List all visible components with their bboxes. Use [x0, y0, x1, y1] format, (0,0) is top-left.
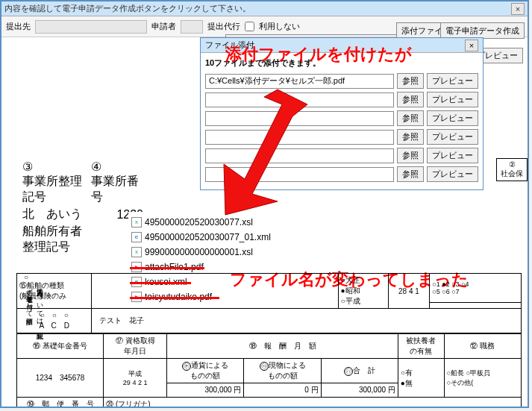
- crew-ins-label: (船員保険のみ: [19, 292, 66, 300]
- mono2: ものの額: [268, 371, 298, 380]
- goods: 現物による: [269, 361, 306, 369]
- d1: 1: [415, 287, 419, 295]
- era-heisei[interactable]: ○平成: [341, 297, 360, 305]
- era-showa[interactable]: ●昭和: [341, 286, 360, 295]
- r6[interactable]: 6: [446, 288, 450, 295]
- n19: ⑲: [27, 400, 34, 407]
- office-table: ③事業所整理記号 ④事業所番号 北 あいう 1230 船舶所有者整理記号: [21, 158, 145, 257]
- a[interactable]: A: [39, 321, 43, 330]
- browse-button-4[interactable]: 参照: [397, 129, 424, 145]
- office-no-label: 事業所番号: [91, 175, 139, 203]
- acq-date: 資格取得: [125, 336, 155, 345]
- applicant-field[interactable]: [181, 20, 203, 34]
- n12: ⑫: [470, 342, 478, 350]
- attach-path-2[interactable]: [205, 92, 394, 107]
- browse-button-5[interactable]: 参照: [397, 148, 424, 163]
- applicant-label: 申請者: [151, 21, 176, 32]
- social-label: 社会保: [501, 169, 523, 178]
- c[interactable]: C: [51, 321, 57, 330]
- n16: ⑯: [33, 342, 40, 350]
- list-item: x9990000000000000001.xsl: [131, 245, 271, 260]
- proxy-checkbox[interactable]: [245, 22, 254, 31]
- r1[interactable]: 1: [436, 280, 440, 288]
- file-name[interactable]: attachFile1.pdf: [145, 262, 204, 272]
- preview-button-3[interactable]: プレビュー: [427, 110, 478, 126]
- attach-path-5[interactable]: [205, 148, 394, 163]
- n2: ②: [509, 160, 516, 169]
- proxy-label: 提出代行: [207, 21, 240, 32]
- titlebar: 内容を確認して電子申請データ作成ボタンをクリックして下さい。 ×: [1, 1, 528, 16]
- amt0: 0: [304, 386, 309, 394]
- amt1: 300,000: [205, 386, 232, 394]
- n15: ⑮: [19, 281, 27, 289]
- preview-button-1[interactable]: プレビュー: [427, 73, 478, 89]
- attach-path-6[interactable]: [205, 167, 394, 182]
- submit-to-label: 提出先: [6, 21, 31, 32]
- ari[interactable]: 有: [405, 368, 413, 377]
- test-name: テスト 花子: [92, 309, 522, 333]
- xsl-icon: x: [131, 217, 142, 228]
- duty: 職務: [480, 342, 495, 350]
- amt2: 300,000: [359, 386, 386, 394]
- browse-button-3[interactable]: 参照: [397, 110, 424, 126]
- browse-button-6[interactable]: 参照: [397, 166, 424, 182]
- dd: 1: [143, 379, 147, 386]
- close-icon[interactable]: ×: [511, 3, 525, 15]
- preview-button-5[interactable]: プレビュー: [427, 148, 478, 163]
- xsl-icon: x: [131, 247, 142, 257]
- n18: ⑱: [249, 342, 257, 350]
- r7[interactable]: 7: [456, 288, 460, 295]
- preview-button-2[interactable]: プレビュー: [427, 92, 478, 107]
- yen1: 円: [234, 386, 241, 394]
- browse-button-2[interactable]: 参照: [397, 92, 424, 107]
- submit-to-field[interactable]: [35, 20, 147, 34]
- d: 2: [138, 379, 142, 386]
- attach-dialog: ファイル添付 × 10ファイルまで添付できます。 参照 プレビュー 参照プレビュ…: [200, 37, 484, 190]
- n17: ⑰: [116, 336, 123, 345]
- preview-button-6[interactable]: プレビュー: [427, 166, 478, 182]
- aiu: あいう: [46, 207, 82, 220]
- d[interactable]: D: [64, 321, 69, 330]
- era-taisho[interactable]: ○大正: [341, 276, 360, 284]
- create-data-button[interactable]: 電子申請データ作成: [440, 22, 525, 39]
- dialog-limit-text: 10ファイルまで添付できます。: [205, 57, 478, 69]
- dep: 被扶養者: [406, 336, 436, 345]
- list-item: ▸attachFile1.pdf: [131, 260, 271, 274]
- pdf-icon: ▸: [131, 262, 142, 272]
- n3: ③: [22, 160, 33, 173]
- browse-button-1[interactable]: 参照: [397, 73, 424, 89]
- window-title: 内容を確認して電子申請データ作成ボタンをクリックして下さい。: [4, 3, 251, 14]
- file-name[interactable]: 4950000020520030077_01.xml: [145, 232, 271, 242]
- r4[interactable]: 4: [466, 280, 469, 288]
- monthly: 報 酬 月 額: [264, 342, 316, 350]
- yen2: 円: [311, 386, 319, 394]
- list-item: e4950000020520030077_01.xml: [131, 230, 271, 245]
- yen3: 円: [388, 386, 395, 394]
- preview-button-4[interactable]: プレビュー: [427, 129, 478, 145]
- file-name[interactable]: 9990000000000000001.xsl: [145, 247, 253, 257]
- proxy-unused-label: 利用しない: [259, 21, 300, 32]
- total: 合 計: [353, 366, 375, 374]
- y28: 28: [398, 287, 407, 295]
- pno2: 345678: [60, 374, 84, 382]
- n20: ⑳: [106, 400, 113, 407]
- ship-type-label: 船舶の種類: [27, 281, 64, 289]
- pension-label: 基礎年金番号: [43, 342, 87, 350]
- attach-path-4[interactable]: [205, 130, 394, 145]
- file-name[interactable]: 4950000020520030077.xsl: [145, 217, 253, 228]
- ymd: 年月日: [124, 347, 146, 355]
- dialog-close-icon[interactable]: ×: [465, 40, 478, 51]
- attach-path-1[interactable]: [205, 74, 394, 89]
- r3[interactable]: 3: [456, 280, 460, 288]
- r2[interactable]: 2: [446, 280, 450, 288]
- other[interactable]: その他(: [451, 379, 473, 386]
- captain[interactable]: 船長: [451, 369, 464, 377]
- r5[interactable]: 5: [436, 288, 440, 295]
- pension-table: ⑯ 基礎年金番号 ⑰ 資格取得年月日 ⑱ 報 酬 月 額 被扶養者の有無 ⑫ 職…: [16, 333, 522, 407]
- nashi[interactable]: 無: [405, 379, 413, 387]
- deck[interactable]: 甲板員: [470, 369, 490, 377]
- attach-path-3[interactable]: [205, 111, 394, 126]
- pno1: 1234: [36, 374, 52, 382]
- office-reg-label: 事業所整理記号: [22, 175, 82, 203]
- n4: ④: [91, 160, 101, 173]
